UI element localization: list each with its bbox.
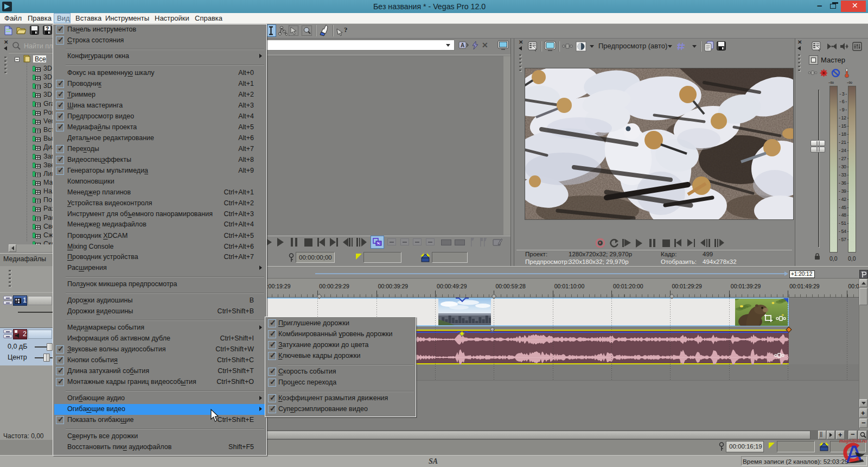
svg-text:?: ? [344,26,348,34]
svg-text:A: A [461,42,464,48]
